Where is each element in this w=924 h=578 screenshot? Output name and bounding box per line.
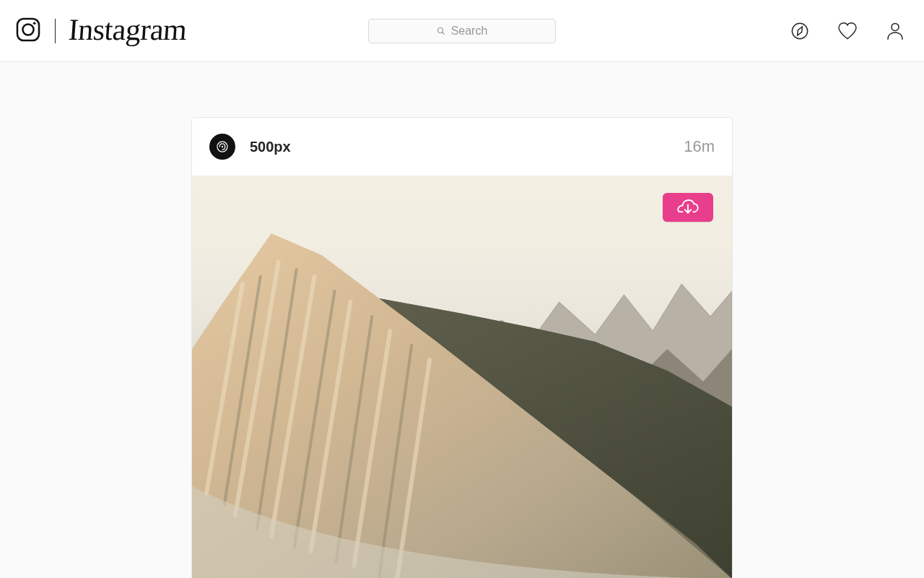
logo-divider (55, 19, 56, 43)
post-image[interactable] (192, 176, 732, 578)
svg-point-2 (33, 22, 36, 25)
cloud-download-icon (677, 199, 699, 216)
post-card: 500px 16m (191, 117, 733, 578)
svg-point-3 (437, 27, 443, 33)
profile-icon[interactable] (884, 20, 907, 43)
post-timestamp: 16m (684, 137, 715, 156)
post-author-avatar[interactable] (209, 134, 235, 160)
top-nav: Instagram Search (0, 0, 924, 62)
feed: 500px 16m (0, 62, 924, 578)
svg-line-4 (442, 32, 444, 34)
svg-point-1 (22, 24, 33, 35)
svg-rect-0 (17, 18, 39, 40)
svg-point-5 (792, 23, 807, 38)
instagram-wordmark[interactable]: Instagram (68, 14, 188, 45)
search-placeholder: Search (451, 25, 488, 38)
nav-icon-bar (788, 20, 907, 43)
search-icon (437, 27, 445, 35)
post-author-name[interactable]: 500px (250, 139, 291, 155)
explore-icon[interactable] (788, 20, 811, 43)
post-header: 500px 16m (192, 118, 732, 176)
avatar-500px-icon (215, 139, 230, 154)
svg-point-9 (222, 146, 224, 148)
activity-heart-icon[interactable] (836, 20, 859, 43)
download-button[interactable] (663, 193, 713, 222)
logo-group[interactable]: Instagram (14, 16, 186, 46)
search-container: Search (368, 19, 556, 43)
svg-point-7 (892, 23, 899, 30)
search-input[interactable]: Search (368, 19, 556, 43)
post-image-foreground-mountain (192, 176, 732, 578)
svg-marker-6 (798, 27, 803, 35)
instagram-glyph-icon[interactable] (14, 16, 42, 46)
